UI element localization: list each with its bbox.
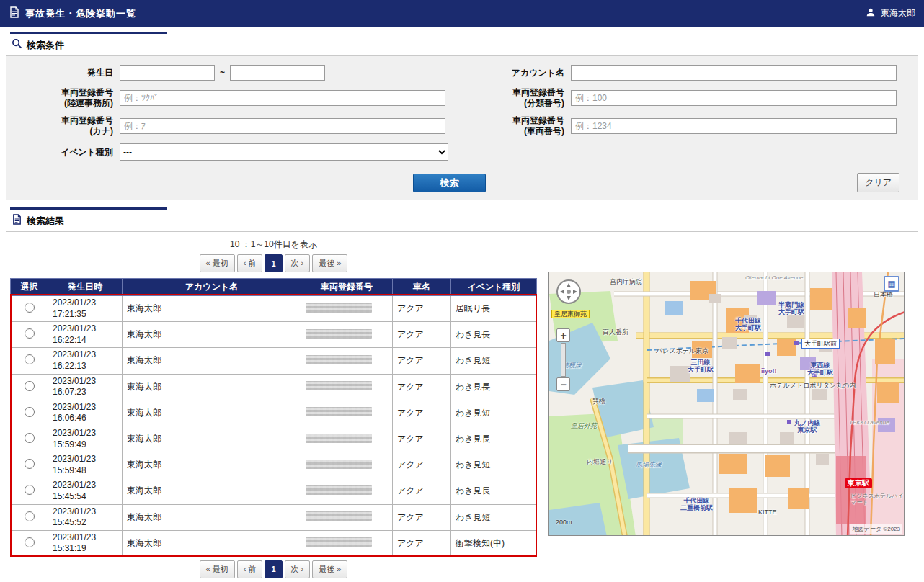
row-event-type: わき見短 — [451, 400, 537, 426]
row-car-name: アクア — [393, 348, 451, 374]
occurrence-date-row: 発生日 ~ — [6, 65, 473, 81]
map-label: パレスホテル東京 — [656, 347, 708, 354]
row-select-cell — [11, 504, 48, 530]
search-panel: 検索条件 発生日 ~ 車両登録番号 (陸運事務所) 車両登録番 — [6, 32, 918, 200]
row-select-cell — [11, 478, 48, 504]
row-event-type: わき見長 — [451, 322, 537, 348]
row-date: 2023/01/23 — [53, 376, 96, 386]
page-number-button[interactable]: 1 — [265, 254, 282, 272]
results-section-head: 検索結果 — [6, 210, 918, 232]
map-label: 東西線 大手町駅 — [807, 362, 833, 377]
map-compass-control[interactable] — [555, 278, 582, 305]
map-label: 千代田線 大手町駅 — [735, 317, 761, 332]
row-vehicle-plate-redacted — [306, 485, 372, 495]
search-icon — [12, 38, 22, 52]
table-header-cell: イベント種別 — [451, 279, 537, 296]
row-vehicle-plate-redacted — [306, 460, 372, 469]
row-plate-cell — [301, 374, 393, 400]
map-label: KITTE — [758, 509, 777, 516]
row-select-radio[interactable] — [25, 433, 35, 443]
results-table: 選択 発生日時 アカウント名 車両登録番号 車名 イベント種別 2023/01/… — [10, 278, 537, 557]
row-datetime-cell: 2023/01/2317:21:35 — [48, 296, 123, 322]
row-vehicle-plate-redacted — [306, 329, 372, 339]
table-row: 2023/01/2317:21:35 東海太郎 アクア 居眠り長 — [11, 296, 537, 322]
row-account: 東海太郎 — [123, 348, 301, 374]
app-header-left: 事故発生・危険挙動一覧 — [9, 6, 136, 21]
page-number-button[interactable]: 1 — [265, 560, 282, 578]
plate-class-input[interactable] — [571, 90, 897, 106]
results-table-area: 10 ：1～10件目を表示 « 最初 ‹ 前 1 次 › 最後 » 選択 発生日… — [10, 232, 537, 582]
map-zoom-out-button[interactable]: − — [556, 377, 570, 391]
map-label: TEKKO avenue — [849, 419, 889, 426]
map-label: 大手町駅前 — [801, 339, 840, 349]
account-name-input[interactable] — [571, 65, 897, 81]
document-icon — [9, 6, 20, 21]
page-last-button[interactable]: 最後 » — [312, 254, 347, 272]
row-account: 東海太郎 — [123, 530, 301, 556]
row-datetime-cell: 2023/01/2316:22:14 — [48, 322, 123, 348]
row-car-name: アクア — [393, 400, 451, 426]
row-select-radio[interactable] — [25, 485, 35, 495]
row-time: 15:59:49 — [53, 439, 86, 449]
search-form-left-column: 発生日 ~ 車両登録番号 (陸運事務所) 車両登録番号 (カナ) イ — [6, 65, 473, 167]
occurrence-date-to-input[interactable] — [230, 65, 325, 81]
row-select-radio[interactable] — [25, 459, 35, 469]
row-car-name: アクア — [393, 504, 451, 530]
row-select-radio[interactable] — [25, 381, 35, 391]
row-select-radio[interactable] — [25, 328, 35, 339]
search-form-right-column: アカウント名 車両登録番号 (分類番号) 車両登録番号 (車両番号) — [473, 65, 912, 167]
map-zoom-slider[interactable] — [561, 343, 566, 377]
map[interactable]: Otemachi One Avenue 宮内庁病院 日本橋 半蔵門線 大手町駅 … — [548, 272, 905, 536]
row-select-radio[interactable] — [25, 511, 35, 521]
row-vehicle-plate-redacted — [306, 355, 372, 364]
row-car-name: アクア — [393, 426, 451, 452]
page-first-button[interactable]: « 最初 — [200, 254, 235, 272]
row-select-radio[interactable] — [25, 303, 35, 313]
page-next-button[interactable]: 次 › — [285, 560, 311, 578]
map-scale-label: 200m — [556, 519, 572, 526]
row-vehicle-plate-redacted — [306, 303, 372, 313]
table-row: 2023/01/2316:22:14 東海太郎 アクア わき見長 — [11, 322, 537, 348]
row-car-name: アクア — [393, 478, 451, 504]
row-select-cell — [11, 322, 48, 348]
app-header: 事故発生・危険挙動一覧 東海太郎 — [0, 0, 924, 27]
map-label: ビジネスホテルハイマート — [850, 493, 904, 506]
map-label: 馬場先濠 — [636, 461, 662, 468]
map-label: Otemachi One Avenue — [745, 274, 804, 281]
row-time: 15:31:19 — [53, 543, 86, 553]
row-plate-cell — [301, 478, 393, 504]
results-table-header-row: 選択 発生日時 アカウント名 車両登録番号 車名 イベント種別 — [11, 279, 537, 296]
map-label: 丸ノ内線 東京駅 — [794, 419, 820, 434]
page-last-button[interactable]: 最後 » — [312, 560, 347, 578]
row-event-type: 衝撃検知(中) — [451, 530, 537, 556]
map-label: 皇居外苑 — [571, 422, 597, 429]
clear-button[interactable]: クリア — [857, 173, 899, 192]
page-next-button[interactable]: 次 › — [285, 254, 311, 272]
page-prev-button[interactable]: ‹ 前 — [237, 254, 263, 272]
user-menu[interactable]: 東海太郎 — [866, 7, 915, 20]
row-datetime-cell: 2023/01/2315:45:54 — [48, 478, 123, 504]
search-button[interactable]: 検索 — [413, 174, 486, 192]
table-header-cell: 車両登録番号 — [301, 279, 393, 296]
row-car-name: アクア — [393, 296, 451, 322]
page-first-button[interactable]: « 最初 — [200, 560, 235, 578]
main-content: 検索条件 発生日 ~ 車両登録番号 (陸運事務所) 車両登録番 — [0, 27, 924, 582]
row-select-radio[interactable] — [25, 354, 35, 364]
occurrence-date-from-input[interactable] — [120, 65, 215, 81]
row-select-radio[interactable] — [25, 407, 35, 417]
plate-office-input[interactable] — [120, 90, 445, 106]
row-datetime-cell: 2023/01/2315:45:52 — [48, 504, 123, 530]
user-name: 東海太郎 — [881, 7, 915, 19]
plate-number-input[interactable] — [571, 118, 897, 134]
plate-kana-row: 車両登録番号 (カナ) — [6, 115, 473, 137]
row-account: 東海太郎 — [123, 322, 301, 348]
account-name-row: アカウント名 — [473, 65, 912, 81]
row-select-radio[interactable] — [25, 537, 35, 547]
page-prev-button[interactable]: ‹ 前 — [237, 560, 263, 578]
map-layers-control[interactable]: ▦ — [884, 276, 899, 292]
map-label: 半蔵門線 大手町駅 — [778, 301, 804, 316]
event-type-select[interactable]: --- — [120, 143, 448, 161]
table-row: 2023/01/2315:59:48 東海太郎 アクア わき見短 — [11, 452, 537, 478]
map-zoom-in-button[interactable]: + — [556, 328, 570, 342]
plate-kana-input[interactable] — [120, 118, 445, 134]
